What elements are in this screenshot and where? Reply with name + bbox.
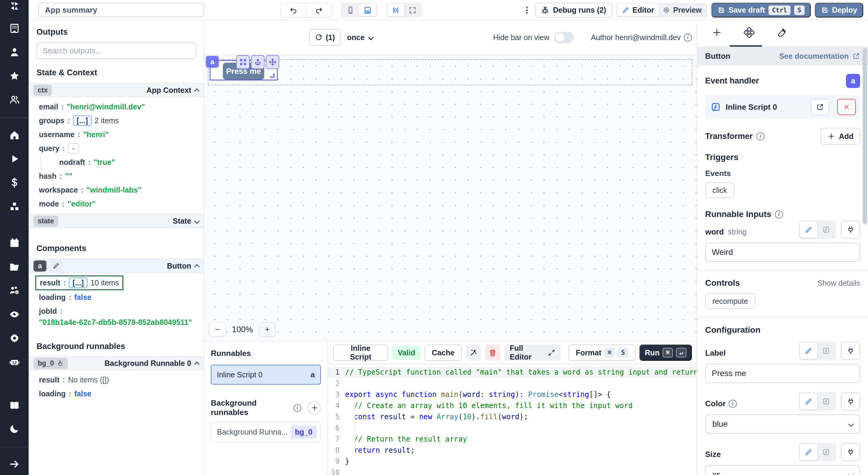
- code-line-9[interactable]: 9}: [328, 456, 697, 467]
- control-chip-recompute[interactable]: recompute: [705, 293, 755, 309]
- add-background-runnable-button[interactable]: [308, 401, 321, 415]
- expression-mode-button[interactable]: [817, 393, 835, 410]
- search-outputs-input[interactable]: [36, 42, 196, 59]
- code-line-10[interactable]: 10: [328, 467, 697, 475]
- desktop-view-button[interactable]: [359, 4, 376, 16]
- scrollbar-thumb[interactable]: [863, 48, 867, 225]
- full-width-layout-button[interactable]: [404, 4, 421, 16]
- zoom-out-button[interactable]: −: [209, 322, 226, 337]
- output-row-ctx-email[interactable]: email:"henri@windmill.dev": [29, 100, 204, 114]
- connect-input-button[interactable]: [841, 443, 860, 461]
- info-icon[interactable]: i: [756, 132, 765, 140]
- output-row-bg-loading[interactable]: loading:false: [29, 387, 204, 401]
- static-mode-button[interactable]: [800, 343, 817, 359]
- tab-editor[interactable]: Editor: [618, 4, 658, 16]
- code-line-1[interactable]: 1// TypeScript function called "main" th…: [328, 367, 697, 378]
- move-component-handle[interactable]: [266, 55, 279, 69]
- sidebar-item-moon[interactable]: [6, 420, 23, 437]
- open-script-button[interactable]: [811, 99, 829, 115]
- format-button[interactable]: Format ⌘ S: [568, 344, 636, 361]
- sidebar-item-building[interactable]: [6, 20, 23, 37]
- output-row-bg-result[interactable]: result:No items ([]): [29, 373, 204, 387]
- undo-button[interactable]: [281, 3, 306, 17]
- code-line-6[interactable]: 6: [328, 422, 697, 434]
- delete-script-button[interactable]: [485, 344, 500, 361]
- connect-input-button[interactable]: [841, 393, 860, 410]
- sidebar-item-book[interactable]: [6, 397, 23, 413]
- output-row-ctx-groups[interactable]: groups:[...]2 items: [29, 114, 204, 128]
- tab-preview[interactable]: Preview: [658, 4, 706, 16]
- see-documentation-link[interactable]: See documentation: [779, 52, 860, 61]
- chevron-down-icon[interactable]: [194, 218, 199, 224]
- save-draft-button[interactable]: Save draft Ctrl S: [711, 3, 811, 18]
- static-mode-button[interactable]: [800, 444, 817, 460]
- size-select[interactable]: xs: [705, 465, 860, 475]
- edit-id-button[interactable]: [50, 260, 62, 272]
- label-input[interactable]: [705, 364, 860, 383]
- sidebar-item-cubes[interactable]: [6, 198, 23, 215]
- expand-array-chip[interactable]: [...]: [69, 278, 88, 288]
- code-line-8[interactable]: 8 return result;: [328, 445, 697, 456]
- expand-component-handle[interactable]: [236, 55, 250, 69]
- zoom-in-button[interactable]: +: [259, 322, 276, 337]
- deploy-button[interactable]: Deploy: [815, 3, 863, 18]
- sidebar-item-home[interactable]: [6, 127, 23, 143]
- windmill-logo[interactable]: [0, 0, 29, 12]
- output-row-button-loading[interactable]: loading:false: [29, 290, 204, 304]
- runnable-item-inline-script-0[interactable]: Inline Script 0 a: [211, 365, 321, 384]
- more-options-button[interactable]: [520, 4, 533, 17]
- resize-handle[interactable]: [270, 73, 275, 78]
- bg-runnable-header[interactable]: bg_0 Background Runnable 0: [29, 356, 204, 370]
- static-mode-button[interactable]: [800, 222, 817, 238]
- canvas-grid[interactable]: a Press me − 100% +: [204, 55, 697, 340]
- info-icon[interactable]: i: [775, 210, 783, 218]
- component-id-tag[interactable]: a: [206, 56, 219, 68]
- sidebar-item-user[interactable]: [6, 44, 23, 61]
- info-icon[interactable]: i: [684, 33, 692, 42]
- refresh-schedule-select[interactable]: once: [347, 33, 373, 42]
- code-line-4[interactable]: 4 // Create an array with 10 elements, f…: [328, 400, 697, 411]
- sidebar-item-dollar[interactable]: [6, 174, 23, 191]
- code-editor[interactable]: 1// TypeScript function called "main" th…: [328, 364, 697, 475]
- word-input[interactable]: [705, 243, 860, 262]
- code-line-5[interactable]: 5 const result = new Array(10).fill(word…: [328, 411, 697, 422]
- state-section-header[interactable]: state State: [29, 214, 204, 228]
- sidebar-item-calendar[interactable]: [6, 235, 23, 251]
- hide-bar-toggle[interactable]: [554, 32, 574, 43]
- chevron-up-icon[interactable]: [194, 264, 199, 269]
- tab-component-settings[interactable]: [744, 27, 754, 40]
- redo-button[interactable]: [306, 3, 332, 17]
- output-row-ctx-workspace[interactable]: workspace:"windmill-labs": [29, 183, 204, 197]
- app-summary-input[interactable]: [38, 3, 204, 17]
- expression-mode-button[interactable]: [817, 444, 835, 460]
- output-row-button-jobId[interactable]: jobId:: [29, 304, 204, 318]
- add-transformer-button[interactable]: Add: [820, 128, 860, 145]
- code-line-7[interactable]: 7 // Return the result array: [328, 434, 697, 445]
- output-row-ctx-nodraft[interactable]: nodraft:"true": [41, 155, 204, 169]
- tab-styling[interactable]: [776, 27, 787, 40]
- event-chip-click[interactable]: click: [705, 182, 734, 198]
- run-button[interactable]: Run ⌘ ↵: [640, 344, 692, 361]
- sidebar-item-eye[interactable]: [6, 306, 23, 323]
- chevron-up-icon[interactable]: [194, 88, 199, 94]
- chevron-up-icon[interactable]: [194, 361, 199, 367]
- remove-script-button[interactable]: [837, 99, 856, 115]
- inline-script-tab[interactable]: Inline Script: [333, 344, 388, 361]
- sidebar-item-folder[interactable]: [6, 258, 23, 275]
- color-select[interactable]: blue: [705, 414, 860, 434]
- sidebar-item-gear[interactable]: [6, 330, 23, 347]
- full-editor-button[interactable]: Full Editor: [504, 344, 561, 361]
- expand-object-chip[interactable]: -: [68, 143, 79, 154]
- expression-mode-button[interactable]: [817, 222, 835, 238]
- refresh-button[interactable]: (1): [309, 29, 341, 46]
- cache-button[interactable]: Cache: [425, 344, 462, 361]
- sidebar-item-users[interactable]: [6, 91, 23, 108]
- expand-array-chip[interactable]: [...]: [73, 115, 92, 126]
- output-row-ctx-hash[interactable]: hash:"": [29, 169, 204, 183]
- mobile-view-button[interactable]: [342, 4, 359, 16]
- debug-runs-button[interactable]: Debug runs (2): [535, 3, 612, 18]
- info-icon[interactable]: i: [728, 400, 737, 408]
- expression-mode-button[interactable]: [817, 343, 835, 359]
- connect-input-button[interactable]: [841, 342, 860, 360]
- sidebar-item-arrow-right[interactable]: [6, 456, 23, 473]
